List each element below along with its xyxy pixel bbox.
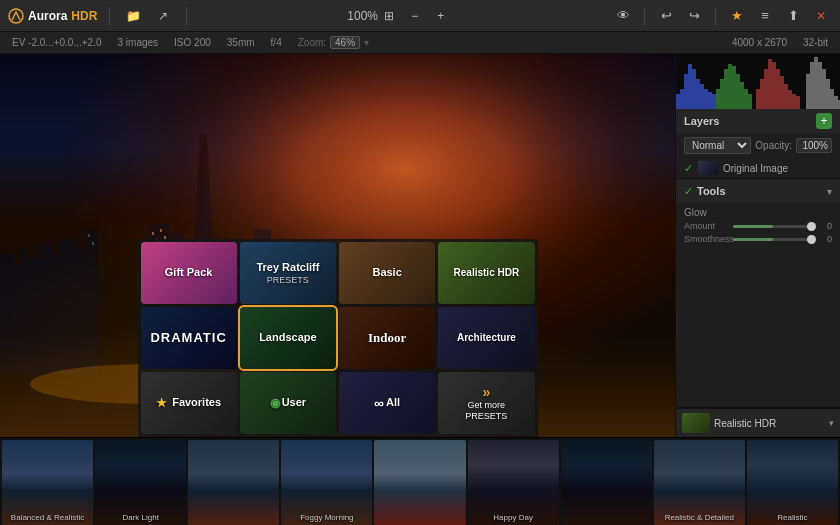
bit-depth-info: 32-bit (803, 37, 828, 48)
layers-title: Layers (684, 115, 812, 127)
infobar: EV -2.0...+0.0...+2.0 3 images ISO 200 3… (0, 32, 840, 54)
undo-icon[interactable]: ↩ (655, 5, 677, 27)
close-button[interactable]: ✕ (810, 5, 832, 27)
logo-aurora: Aurora (28, 9, 67, 23)
svg-rect-65 (732, 66, 736, 109)
zoom-label: Zoom: (298, 37, 326, 48)
zoom-out-button[interactable]: − (404, 5, 426, 27)
amount-label: Amount (684, 221, 729, 231)
amount-thumb (807, 222, 816, 231)
svg-rect-50 (680, 89, 684, 109)
layer-original[interactable]: ✓ Original Image (676, 158, 840, 178)
preset-get-more-label: Get morePRESETS (465, 400, 507, 422)
open-folder-button[interactable]: 📁 (122, 5, 144, 27)
app-logo: Aurora HDR (8, 8, 97, 24)
svg-rect-68 (744, 89, 748, 109)
svg-rect-77 (784, 84, 788, 109)
svg-rect-31 (160, 229, 162, 232)
preset-sel-arrow-icon: ▾ (829, 418, 834, 428)
ev-info: EV -2.0...+0.0...+2.0 (12, 37, 102, 48)
export-icon[interactable]: ⬆ (782, 5, 804, 27)
svg-rect-29 (152, 232, 154, 235)
separator2 (186, 7, 187, 25)
preset-trey-sublabel: PRESETS (256, 275, 319, 285)
glow-label: Glow (684, 207, 832, 218)
svg-rect-72 (764, 69, 768, 109)
preset-user-label: User (282, 396, 306, 409)
svg-rect-62 (720, 79, 724, 109)
svg-rect-67 (740, 82, 744, 109)
layer-name: Original Image (723, 163, 788, 174)
opacity-value: 100% (796, 138, 832, 153)
glow-tool: Glow Amount 0 Smoothness 0 (676, 203, 840, 251)
layers-icon[interactable]: ≡ (754, 5, 776, 27)
sep3 (644, 7, 645, 25)
eye-icon[interactable]: 👁 (612, 5, 634, 27)
svg-rect-57 (708, 92, 712, 109)
svg-rect-55 (700, 84, 704, 109)
preset-realistic-hdr-label: Realistic HDR (454, 267, 520, 279)
preset-trey-ratcliff[interactable]: Trey Ratcliff PRESETS (240, 242, 336, 304)
preset-user[interactable]: ◉ User (240, 372, 336, 434)
share-button[interactable]: ↗ (152, 5, 174, 27)
film-item-9[interactable]: Realistic (747, 440, 838, 525)
svg-rect-51 (684, 74, 688, 109)
zoom-in-button[interactable]: + (430, 5, 452, 27)
canvas-area[interactable]: Gift Pack Trey Ratcliff PRESETS Basic Re… (0, 54, 675, 437)
presets-icon[interactable]: ★ (726, 5, 748, 27)
film-label-1: Balanced & Realistic (2, 513, 93, 522)
preset-panel: Gift Pack Trey Ratcliff PRESETS Basic Re… (138, 239, 538, 437)
film-item-3[interactable] (188, 440, 279, 525)
opacity-label: Opacity: (755, 140, 792, 151)
film-item-4[interactable]: Foggy Morning (281, 440, 372, 525)
svg-rect-61 (716, 89, 720, 109)
amount-value: 0 (816, 221, 832, 231)
preset-favorites-label: Favorites (172, 396, 221, 409)
preset-all-label: All (386, 396, 400, 409)
focal-info: 35mm (227, 37, 255, 48)
film-item-8[interactable]: Realistic & Detailed (654, 440, 745, 525)
app-icon (8, 8, 24, 24)
smoothness-slider[interactable] (733, 238, 812, 241)
add-layer-button[interactable]: + (816, 113, 832, 129)
svg-rect-87 (830, 89, 834, 109)
smoothness-fill (733, 238, 773, 241)
user-icon: ◉ (270, 396, 280, 410)
svg-rect-49 (676, 94, 680, 109)
film-item-2[interactable]: Dark Light (95, 440, 186, 525)
zoom-fit-button[interactable]: ⊞ (378, 5, 400, 27)
preset-architecture[interactable]: Architecture (438, 307, 534, 369)
svg-rect-75 (776, 69, 780, 109)
layer-check-icon: ✓ (684, 162, 693, 175)
toolbar: Aurora HDR 📁 ↗ 100% ⊞ − + 👁 ↩ ↪ ★ ≡ ⬆ ✕ (0, 0, 840, 32)
preset-gift-pack[interactable]: Gift Pack (141, 242, 237, 304)
blend-mode-select[interactable]: Normal (684, 137, 751, 154)
film-label-9: Realistic (747, 513, 838, 522)
preset-basic[interactable]: Basic (339, 242, 435, 304)
toolbar-right: 👁 ↩ ↪ ★ ≡ ⬆ ✕ (612, 5, 832, 27)
film-item-5[interactable] (374, 440, 465, 525)
blend-opacity-row: Normal Opacity: 100% (676, 133, 840, 158)
preset-landscape-label: Landscape (259, 331, 316, 344)
preset-get-more[interactable]: » Get morePRESETS (438, 372, 534, 434)
preset-realistic-hdr[interactable]: Realistic HDR (438, 242, 534, 304)
film-item-6[interactable]: Happy Day (468, 440, 559, 525)
amount-slider[interactable] (733, 225, 812, 228)
zoom-100-button[interactable]: 100% (352, 5, 374, 27)
preset-landscape[interactable]: Landscape (240, 307, 336, 369)
film-item-1[interactable]: Balanced & Realistic (2, 440, 93, 525)
film-thumb-3 (188, 440, 279, 525)
redo-icon[interactable]: ↪ (683, 5, 705, 27)
film-item-7[interactable] (561, 440, 652, 525)
tools-title: Tools (697, 185, 823, 197)
preset-all[interactable]: ∞ All (339, 372, 435, 434)
preset-indoor[interactable]: Indoor (339, 307, 435, 369)
preset-basic-label: Basic (372, 266, 401, 279)
active-preset-selector[interactable]: Realistic HDR ▾ (676, 408, 840, 437)
preset-dramatic[interactable]: DRAMATIC (141, 307, 237, 369)
layers-section: Layers + Normal Opacity: 100% ✓ Original… (676, 109, 840, 179)
film-label-2: Dark Light (95, 513, 186, 522)
svg-rect-84 (818, 62, 822, 109)
svg-rect-85 (822, 69, 826, 109)
preset-favorites[interactable]: ★ Favorites (141, 372, 237, 434)
